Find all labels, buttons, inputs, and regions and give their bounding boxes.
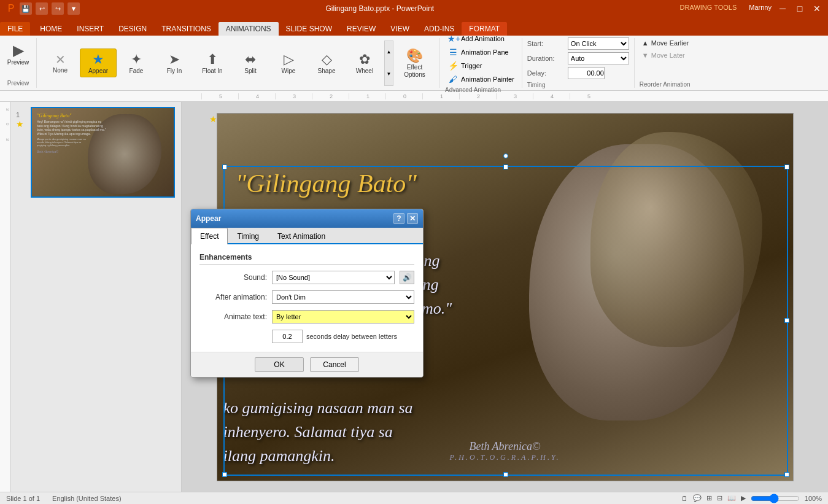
rotate-handle[interactable] xyxy=(503,153,508,158)
animate-text-label: Animate text: xyxy=(199,312,267,321)
ok-button[interactable]: OK xyxy=(255,357,304,372)
slide-panel: 1 ★ "Gilingang Bato" Hey! Bumangon na't … xyxy=(11,102,182,492)
anim-floatin[interactable]: ⬆ Float In xyxy=(194,49,231,77)
animate-text-select[interactable]: By letter xyxy=(272,310,414,324)
tab-design[interactable]: DESIGN xyxy=(111,22,154,36)
reading-view-icon[interactable]: 📖 xyxy=(727,494,736,502)
duration-select[interactable]: Auto xyxy=(568,52,629,64)
handle-bottom-middle[interactable] xyxy=(503,472,508,477)
tab-format[interactable]: FORMAT xyxy=(462,22,507,36)
start-select[interactable]: On Click xyxy=(568,37,629,50)
dialog-tab-effect[interactable]: Effect xyxy=(191,228,228,244)
redo-icon[interactable]: ↪ xyxy=(52,2,64,15)
zoom-slider[interactable] xyxy=(751,494,800,503)
slideshow-icon[interactable]: ▶ xyxy=(741,494,746,502)
titlebar-controls: DRAWING TOOLS Marnny ─ □ ✕ xyxy=(680,4,823,14)
delay-input[interactable] xyxy=(272,330,303,343)
anim-wheel-label: Wheel xyxy=(356,68,373,74)
anim-fade[interactable]: ✦ Fade xyxy=(118,49,155,77)
preview-icon: ▶ xyxy=(13,42,24,59)
handle-top-left[interactable] xyxy=(222,165,227,169)
tab-view[interactable]: VIEW xyxy=(383,22,417,36)
handle-middle-right[interactable] xyxy=(784,318,789,323)
normal-view-icon[interactable]: ⊞ xyxy=(706,494,712,502)
delay-suffix-label: seconds delay between letters xyxy=(306,333,397,340)
tab-file[interactable]: FILE xyxy=(0,22,30,36)
tab-transitions[interactable]: TRANSITIONS xyxy=(154,22,219,36)
thumb-body2: Maaga pa rin ako gumigising nasaan man s… xyxy=(37,138,106,147)
move-earlier-button[interactable]: ▲ Move Earlier xyxy=(640,38,692,48)
handle-top-middle[interactable] xyxy=(503,165,508,169)
anim-appear[interactable]: ★ Appear xyxy=(80,48,117,77)
after-animation-field: After animation: Don't Dim xyxy=(199,290,414,304)
titlebar-left: P 💾 ↩ ↪ ▼ xyxy=(5,2,80,15)
anim-none-label: None xyxy=(53,67,68,74)
scroll-down-icon: ▼ xyxy=(387,71,392,77)
anim-wheel[interactable]: ✿ Wheel xyxy=(346,49,383,77)
ribbon-group-preview: ▶ Preview Preview xyxy=(0,38,37,88)
notes-icon[interactable]: 🗒 xyxy=(681,495,688,502)
animation-pane-button[interactable]: ☰ Animation Pane xyxy=(445,46,517,58)
anim-split-label: Split xyxy=(244,68,256,74)
preview-button[interactable]: ▶ Preview xyxy=(2,39,34,68)
slide-1-thumbnail[interactable]: "Gilingang Bato" Hey! Bumangon na't hind… xyxy=(31,107,175,198)
trigger-button[interactable]: ⚡ Trigger xyxy=(445,60,517,72)
customize-icon[interactable]: ▼ xyxy=(68,2,80,15)
dialog-help-button[interactable]: ? xyxy=(393,213,404,224)
dialog-footer: OK Cancel xyxy=(191,352,423,377)
animation-star-thumb: ★ xyxy=(16,119,27,129)
slide-sorter-icon[interactable]: ⊟ xyxy=(717,494,722,502)
anim-shape[interactable]: ◇ Shape xyxy=(308,49,345,77)
anim-split[interactable]: ⬌ Split xyxy=(232,49,269,77)
anim-floatin-label: Float In xyxy=(202,68,222,74)
tab-home[interactable]: HOME xyxy=(33,22,69,36)
comments-icon[interactable]: 💬 xyxy=(693,494,702,502)
anim-none[interactable]: ✕ None xyxy=(42,50,79,76)
delay-input[interactable] xyxy=(568,67,605,79)
thumb-title: "Gilingang Bato" xyxy=(37,113,106,118)
animation-scroll-button[interactable]: ▲ ▼ xyxy=(384,41,393,86)
after-animation-select[interactable]: Don't Dim xyxy=(272,290,414,304)
handle-bottom-right[interactable] xyxy=(784,472,789,477)
anim-shape-label: Shape xyxy=(318,68,336,74)
sound-preview-button[interactable]: 🔊 xyxy=(400,271,414,284)
tab-slideshow[interactable]: SLIDE SHOW xyxy=(279,22,339,36)
dialog-tab-timing[interactable]: Timing xyxy=(228,228,268,244)
handle-bottom-left[interactable] xyxy=(222,472,227,477)
dialog-close-button[interactable]: ✕ xyxy=(407,213,418,224)
slide-1-number: 1 xyxy=(16,111,20,118)
ribbon-tab-bar: FILE HOME INSERT DESIGN TRANSITIONS ANIM… xyxy=(0,17,828,36)
dialog-tab-text-animation[interactable]: Text Animation xyxy=(268,228,335,244)
anim-wipe[interactable]: ▷ Wipe xyxy=(270,49,307,77)
undo-icon[interactable]: ↩ xyxy=(36,2,48,15)
anim-floatin-icon: ⬆ xyxy=(207,52,218,68)
maximize-button[interactable]: □ xyxy=(794,4,806,14)
minimize-button[interactable]: ─ xyxy=(776,4,789,14)
animation-painter-button[interactable]: 🖌 Animation Painter xyxy=(445,73,517,85)
dialog-body: Enhancements Sound: [No Sound] 🔊 After a… xyxy=(191,244,423,352)
effect-options-button[interactable]: 🎨 EffectOptions xyxy=(395,45,435,81)
horizontal-ruler: 5 4 3 2 1 0 1 2 3 4 5 xyxy=(0,91,828,102)
handle-top-right[interactable] xyxy=(784,165,789,169)
tab-insert[interactable]: INSERT xyxy=(69,22,111,36)
drawing-tools-label: DRAWING TOOLS xyxy=(680,4,737,14)
anim-appear-icon: ★ xyxy=(92,52,104,68)
tab-addins[interactable]: ADD-INS xyxy=(417,22,462,36)
move-later-icon: ▼ xyxy=(642,52,649,59)
close-button[interactable]: ✕ xyxy=(811,4,823,14)
tab-review[interactable]: REVIEW xyxy=(339,22,383,36)
sound-select[interactable]: [No Sound] xyxy=(272,271,395,284)
save-icon[interactable]: 💾 xyxy=(20,2,32,15)
language-info: English (United States) xyxy=(52,495,122,502)
thumb-text-content: "Gilingang Bato" Hey! Bumangon na't hind… xyxy=(34,110,109,156)
dialog-controls: ? ✕ xyxy=(393,213,418,224)
window-title: Gilingang Bato.pptx - PowerPoint xyxy=(325,4,434,13)
anim-flyin[interactable]: ➤ Fly In xyxy=(156,49,193,77)
anim-flyin-label: Fly In xyxy=(167,68,182,74)
cancel-button[interactable]: Cancel xyxy=(310,357,359,372)
anim-wheel-icon: ✿ xyxy=(359,52,370,68)
timing-start-row: Start: On Click xyxy=(527,37,629,50)
move-later-button[interactable]: ▼ Move Later xyxy=(640,50,692,60)
tab-animations[interactable]: ANIMATIONS xyxy=(219,22,279,36)
effect-options-label: EffectOptions xyxy=(404,64,425,79)
